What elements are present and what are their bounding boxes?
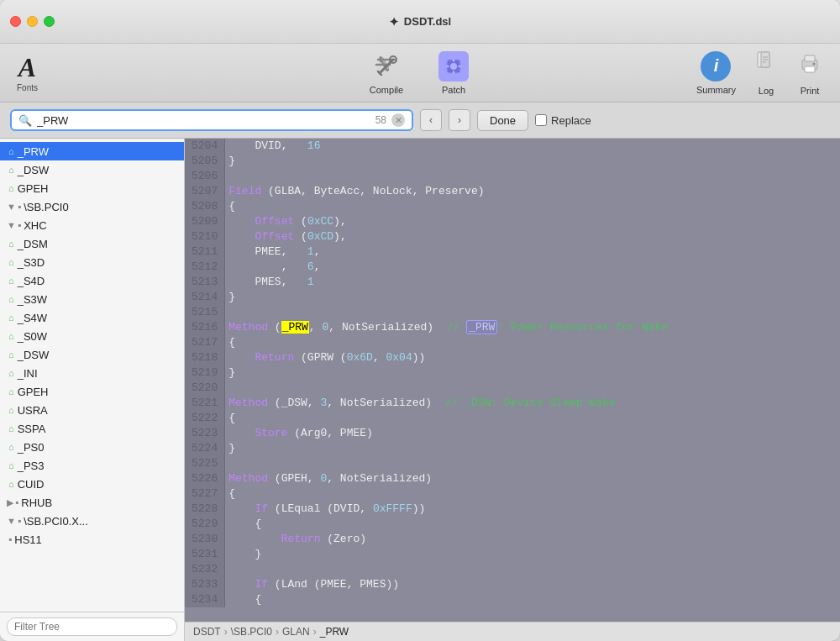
table-row: 5207Field (GLBA, ByteAcc, NoLock, Preser… bbox=[185, 184, 840, 199]
line-number: 5218 bbox=[185, 350, 225, 365]
line-number: 5209 bbox=[185, 214, 225, 229]
line-code[interactable]: Method (_PRW, 0, NotSerialized) // _PRW:… bbox=[225, 320, 840, 335]
line-code[interactable]: { bbox=[225, 486, 840, 502]
search-clear-button[interactable]: ✕ bbox=[391, 113, 405, 127]
sidebar-item--S4W[interactable]: ⌂ _S4W bbox=[0, 308, 184, 327]
sidebar-item-GPEH[interactable]: ⌂ GPEH bbox=[0, 179, 184, 197]
line-code[interactable]: } bbox=[225, 547, 840, 562]
filter-tree-input[interactable] bbox=[7, 617, 177, 636]
summary-button[interactable]: i Summary bbox=[696, 51, 736, 95]
search-prev-button[interactable]: ‹ bbox=[420, 109, 442, 131]
breadcrumb-part[interactable]: _PRW bbox=[320, 626, 349, 638]
table-row: 5215 bbox=[185, 305, 840, 320]
line-code[interactable]: { bbox=[225, 517, 840, 532]
print-icon bbox=[796, 50, 823, 82]
sidebar-item-SSPA[interactable]: ⌂ SSPA bbox=[0, 419, 184, 438]
search-next-button[interactable]: › bbox=[449, 109, 470, 131]
breadcrumb-part[interactable]: GLAN bbox=[282, 626, 310, 638]
done-button[interactable]: Done bbox=[477, 110, 528, 131]
line-code[interactable]: Return (Zero) bbox=[225, 532, 840, 547]
line-code[interactable] bbox=[225, 169, 840, 184]
tree-item-label: _PS0 bbox=[18, 441, 45, 454]
main-content: ⌂ _PRW ⌂ _DSW ⌂ GPEH▼▪ \SB.PCI0 ▼▪ XHC ⌂… bbox=[0, 139, 840, 641]
sidebar-item--INI[interactable]: ⌂ _INI bbox=[0, 364, 184, 382]
sidebar-item--DSM[interactable]: ⌂ _DSM bbox=[0, 234, 184, 253]
search-input[interactable] bbox=[37, 114, 370, 127]
line-code[interactable] bbox=[225, 456, 840, 471]
line-code[interactable]: If (LEqual (DVID, 0xFFFF)) bbox=[225, 502, 840, 517]
line-code[interactable]: } bbox=[225, 441, 840, 456]
close-button[interactable] bbox=[10, 16, 21, 27]
code-content[interactable]: 5204 DVID, 165205}5206 5207Field (GLBA, … bbox=[185, 139, 840, 622]
sidebar-item--SB-PCI0[interactable]: ▼▪ \SB.PCI0 bbox=[0, 197, 184, 216]
sidebar-item-RHUB[interactable]: ▶▪ RHUB bbox=[0, 493, 184, 512]
minimize-button[interactable] bbox=[27, 16, 38, 27]
compile-button[interactable]: Compile bbox=[365, 51, 407, 95]
sidebar-item-USRA[interactable]: ⌂ USRA bbox=[0, 401, 184, 419]
line-code[interactable]: } bbox=[225, 290, 840, 305]
sidebar-item--PRW[interactable]: ⌂ _PRW bbox=[0, 142, 184, 160]
sidebar-item--PS0[interactable]: ⌂ _PS0 bbox=[0, 438, 184, 456]
line-number: 5223 bbox=[185, 426, 225, 441]
table-row: 5218 Return (GPRW (0x6D, 0x04)) bbox=[185, 350, 840, 365]
breadcrumb-part[interactable]: \SB.PCI0 bbox=[231, 626, 272, 638]
line-code[interactable] bbox=[225, 562, 840, 577]
sidebar-item-CUID[interactable]: ⌂ CUID bbox=[0, 475, 184, 493]
sidebar-item-XHC[interactable]: ▼▪ XHC bbox=[0, 216, 184, 234]
fonts-label: Fonts bbox=[17, 83, 38, 92]
line-code[interactable]: Store (Arg0, PMEE) bbox=[225, 426, 840, 441]
sidebar-item--PS3[interactable]: ⌂ _PS3 bbox=[0, 456, 184, 475]
line-code[interactable]: Return (GPRW (0x6D, 0x04)) bbox=[225, 350, 840, 365]
line-code[interactable]: { bbox=[225, 335, 840, 350]
sidebar-item--S3W[interactable]: ⌂ _S3W bbox=[0, 290, 184, 308]
line-code[interactable]: Offset (0xCD), bbox=[225, 229, 840, 244]
line-code[interactable]: } bbox=[225, 365, 840, 381]
code-table: 5204 DVID, 165205}5206 5207Field (GLBA, … bbox=[185, 139, 840, 607]
sidebar-item--S3D[interactable]: ⌂ _S3D bbox=[0, 253, 184, 271]
maximize-button[interactable] bbox=[44, 16, 55, 27]
sidebar-item--DSW[interactable]: ⌂ _DSW bbox=[0, 160, 184, 179]
log-button[interactable]: Log bbox=[753, 50, 780, 96]
line-code[interactable]: PMES, 1 bbox=[225, 275, 840, 290]
table-row: 5225 bbox=[185, 456, 840, 471]
line-code[interactable] bbox=[225, 305, 840, 320]
replace-checkbox[interactable] bbox=[535, 114, 547, 126]
line-code[interactable] bbox=[225, 381, 840, 396]
line-number: 5221 bbox=[185, 396, 225, 411]
fonts-button[interactable]: A Fonts bbox=[17, 54, 38, 92]
line-number: 5231 bbox=[185, 547, 225, 562]
line-code[interactable]: DVID, 16 bbox=[225, 139, 840, 154]
line-code[interactable]: { bbox=[225, 411, 840, 426]
line-code[interactable]: } bbox=[225, 154, 840, 169]
line-code[interactable]: , 6, bbox=[225, 260, 840, 275]
table-row: 5211 PMEE, 1, bbox=[185, 244, 840, 260]
line-code[interactable]: Offset (0xCC), bbox=[225, 214, 840, 229]
table-row: 5217{ bbox=[185, 335, 840, 350]
tree-item-label: GPEH bbox=[18, 182, 49, 195]
line-code[interactable]: Method (_DSW, 3, NotSerialized) // _DSW:… bbox=[225, 396, 840, 411]
table-row: 5206 bbox=[185, 169, 840, 184]
func-icon: ⌂ bbox=[8, 165, 14, 175]
line-number: 5219 bbox=[185, 365, 225, 381]
patch-button[interactable]: Patch bbox=[433, 51, 475, 95]
line-code[interactable]: { bbox=[225, 592, 840, 607]
func-icon: ⌂ bbox=[8, 423, 14, 433]
sidebar-item-GPEH[interactable]: ⌂ GPEH bbox=[0, 382, 184, 401]
sidebar-tree[interactable]: ⌂ _PRW ⌂ _DSW ⌂ GPEH▼▪ \SB.PCI0 ▼▪ XHC ⌂… bbox=[0, 139, 184, 612]
sidebar-item--DSW[interactable]: ⌂ _DSW bbox=[0, 345, 184, 364]
search-icon: 🔍 bbox=[18, 114, 32, 127]
line-code[interactable]: Method (GPEH, 0, NotSerialized) bbox=[225, 471, 840, 486]
sidebar-item--S4D[interactable]: ⌂ _S4D bbox=[0, 271, 184, 290]
print-button[interactable]: Print bbox=[796, 50, 823, 96]
line-code[interactable]: If (LAnd (PMEE, PMES)) bbox=[225, 577, 840, 592]
sidebar-item-HS11[interactable]: ▪ HS11 bbox=[0, 530, 184, 549]
window-title-text: DSDT.dsl bbox=[404, 15, 451, 28]
table-row: 5222{ bbox=[185, 411, 840, 426]
line-code[interactable]: PMEE, 1, bbox=[225, 244, 840, 260]
breadcrumb-part[interactable]: DSDT bbox=[193, 626, 221, 638]
func-icon: ⌂ bbox=[8, 257, 14, 267]
line-code[interactable]: { bbox=[225, 199, 840, 214]
sidebar-item--SB-PCI0-X---[interactable]: ▼▪ \SB.PCI0.X... bbox=[0, 512, 184, 530]
sidebar-item--S0W[interactable]: ⌂ _S0W bbox=[0, 327, 184, 345]
line-code[interactable]: Field (GLBA, ByteAcc, NoLock, Preserve) bbox=[225, 184, 840, 199]
